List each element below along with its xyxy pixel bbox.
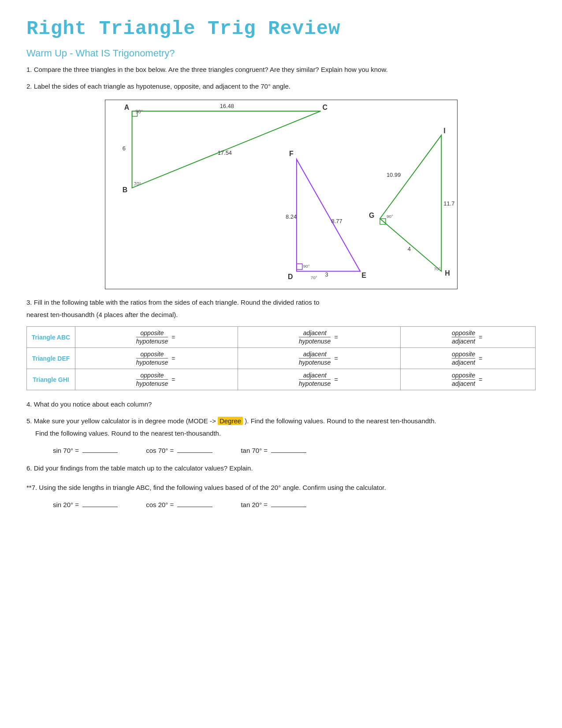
svg-rect-11	[296, 264, 302, 269]
cos20-item: cos 20° =	[146, 501, 214, 508]
question-3: 3. Fill in the following table with the …	[26, 297, 536, 320]
fraction-2: adjacent hypotenuse	[299, 372, 331, 387]
svg-text:17.54: 17.54	[217, 149, 231, 156]
svg-text:8.77: 8.77	[331, 218, 342, 224]
ratio-cell-3: opposite adjacent =	[401, 327, 536, 348]
tan20-blank	[271, 507, 306, 507]
svg-text:90°: 90°	[386, 214, 393, 219]
degree-highlight: Degree	[218, 417, 243, 425]
svg-text:70°: 70°	[434, 266, 440, 271]
question-2: 2. Label the sides of each triangle as h…	[26, 81, 536, 92]
svg-marker-10	[296, 159, 360, 271]
fraction-1: opposite hypotenuse	[136, 329, 168, 345]
trig-20-row: sin 20° = cos 20° = tan 20° =	[26, 501, 536, 508]
svg-text:4: 4	[407, 246, 410, 252]
cos70-blank	[177, 452, 212, 453]
ratio-cell-2: adjacent hypotenuse =	[238, 369, 401, 390]
svg-text:D: D	[287, 273, 293, 280]
question-1: 1. Compare the three triangles in the bo…	[26, 64, 536, 75]
svg-text:C: C	[322, 104, 328, 111]
ratio-cell-1: opposite hypotenuse =	[75, 348, 238, 369]
svg-text:6: 6	[122, 145, 125, 152]
triangle-label: Triangle ABC	[27, 327, 75, 348]
question-5: 5. Make sure your yellow calculator is i…	[26, 416, 536, 439]
question-4: 4. What do you notice about each column?	[26, 399, 536, 410]
ratio-cell-1: opposite hypotenuse =	[75, 369, 238, 390]
svg-text:90°: 90°	[303, 264, 309, 269]
sin70-item: sin 70° =	[53, 447, 119, 454]
svg-text:90°: 90°	[135, 109, 143, 114]
sin70-blank	[82, 452, 118, 453]
ratio-cell-3: opposite adjacent =	[401, 348, 536, 369]
sin20-blank	[82, 507, 118, 507]
triangle-label: Triangle DEF	[27, 348, 75, 369]
triangle-label: Triangle GHI	[27, 369, 75, 390]
table-row: Triangle DEF opposite hypotenuse = adjac…	[27, 348, 536, 369]
question-7: **7. Using the side lengths in triangle …	[26, 482, 536, 493]
ratio-cell-2: adjacent hypotenuse =	[238, 348, 401, 369]
fraction-2: adjacent hypotenuse	[299, 351, 331, 366]
question-6: 6. Did your findings from the table matc…	[26, 463, 536, 474]
svg-text:3: 3	[325, 271, 328, 278]
trig-70-row: sin 70° = cos 70° = tan 70° =	[26, 447, 536, 454]
sin20-item: sin 20° =	[53, 501, 119, 508]
fraction-2: adjacent hypotenuse	[299, 329, 331, 345]
tan70-blank	[271, 452, 306, 453]
svg-text:B: B	[122, 186, 127, 194]
fraction-3: opposite adjacent	[452, 351, 475, 366]
svg-text:8.24: 8.24	[285, 213, 296, 220]
svg-text:11.7: 11.7	[443, 200, 454, 207]
fraction-3: opposite adjacent	[452, 329, 475, 345]
svg-text:G: G	[369, 212, 374, 219]
ratio-cell-3: opposite adjacent =	[401, 369, 536, 390]
fraction-1: opposite hypotenuse	[136, 372, 168, 387]
fraction-1: opposite hypotenuse	[136, 351, 168, 366]
svg-text:F: F	[289, 150, 293, 157]
svg-text:E: E	[361, 272, 366, 279]
svg-text:10.99: 10.99	[386, 172, 400, 178]
warmup-heading: Warm Up - What IS Trigonometry?	[26, 48, 536, 59]
svg-text:I: I	[443, 127, 445, 134]
table-row: Triangle GHI opposite hypotenuse = adjac…	[27, 369, 536, 390]
cos70-item: cos 70° =	[146, 447, 214, 454]
svg-text:H: H	[445, 269, 450, 277]
ratio-table: Triangle ABC opposite hypotenuse = adjac…	[26, 326, 536, 390]
svg-text:70°: 70°	[134, 181, 141, 187]
svg-text:70°: 70°	[310, 275, 317, 280]
svg-text:A: A	[124, 104, 129, 111]
tan70-item: tan 70° =	[241, 447, 308, 454]
triangle-diagram: A 90° B 70° C 6 16.48 17.54 D 90° 70° E …	[105, 100, 458, 289]
cos20-blank	[177, 507, 212, 507]
svg-text:16.48: 16.48	[220, 103, 234, 109]
ratio-cell-2: adjacent hypotenuse =	[238, 327, 401, 348]
page-title: Right Triangle Trig Review	[26, 18, 536, 40]
ratio-cell-1: opposite hypotenuse =	[75, 327, 238, 348]
fraction-3: opposite adjacent	[452, 372, 475, 387]
table-row: Triangle ABC opposite hypotenuse = adjac…	[27, 327, 536, 348]
tan20-item: tan 20° =	[241, 501, 308, 508]
